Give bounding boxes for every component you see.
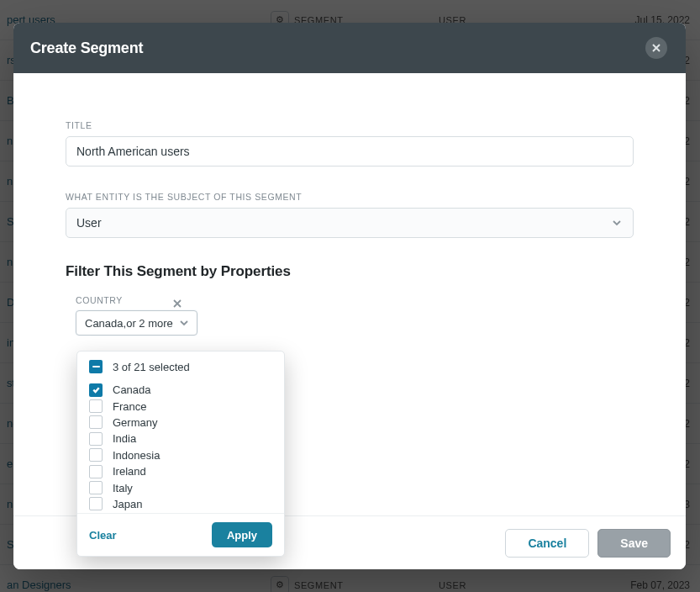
dropdown-option[interactable]: Ireland	[89, 463, 272, 479]
option-checkbox[interactable]	[89, 383, 103, 397]
dropdown-footer: Clear Apply	[77, 513, 284, 556]
save-button[interactable]: Save	[597, 529, 671, 558]
option-label: Indonesia	[113, 449, 160, 462]
entity-select[interactable]: User	[66, 208, 634, 238]
option-label: Canada	[113, 383, 151, 396]
entity-select-value: User	[76, 216, 611, 230]
option-checkbox[interactable]	[89, 432, 103, 446]
chevron-down-icon	[178, 317, 190, 329]
remove-filter-button[interactable]	[173, 296, 182, 304]
country-label: COUNTRY	[76, 295, 123, 305]
dropdown-option[interactable]: France	[89, 398, 272, 414]
multiselect-summary: Canada,or 2 more	[85, 317, 173, 330]
title-label: TITLE	[66, 120, 634, 130]
filter-heading: Filter This Segment by Properties	[66, 263, 634, 280]
option-label: Germany	[113, 416, 157, 429]
option-checkbox[interactable]	[89, 415, 103, 429]
option-label: Italy	[113, 482, 133, 494]
dropdown-option[interactable]: Canada	[89, 382, 272, 398]
modal-title: Create Segment	[30, 40, 143, 57]
chevron-down-icon	[611, 217, 623, 229]
country-dropdown-popover: 3 of 21 selected CanadaFranceGermanyIndi…	[76, 351, 285, 557]
option-label: Ireland	[113, 465, 146, 478]
check-icon	[92, 385, 101, 394]
select-all-checkbox[interactable]	[89, 360, 103, 373]
option-label: France	[113, 400, 146, 413]
cancel-button[interactable]: Cancel	[505, 529, 589, 558]
close-icon	[650, 42, 662, 54]
close-button[interactable]	[645, 37, 667, 59]
option-checkbox[interactable]	[89, 448, 103, 462]
option-label: Japan	[113, 498, 142, 510]
title-field-group: TITLE	[66, 120, 634, 166]
create-segment-modal: Create Segment TITLE WHAT ENTITY IS THE …	[13, 23, 686, 569]
dropdown-option[interactable]: Italy	[89, 479, 272, 495]
option-label: India	[113, 432, 136, 445]
selection-count: 3 of 21 selected	[113, 361, 190, 373]
close-icon	[173, 299, 182, 308]
modal-header: Create Segment	[13, 23, 686, 73]
dropdown-option[interactable]: Japan	[89, 496, 272, 512]
apply-button[interactable]: Apply	[212, 522, 272, 547]
dropdown-option-list: CanadaFranceGermanyIndiaIndonesiaIreland…	[77, 382, 284, 513]
option-checkbox[interactable]	[89, 481, 103, 494]
entity-field-group: WHAT ENTITY IS THE SUBJECT OF THIS SEGME…	[66, 192, 634, 238]
entity-label: WHAT ENTITY IS THE SUBJECT OF THIS SEGME…	[66, 192, 634, 202]
clear-button[interactable]: Clear	[89, 529, 117, 542]
option-checkbox[interactable]	[89, 465, 103, 478]
option-checkbox[interactable]	[89, 399, 103, 413]
dropdown-option[interactable]: Germany	[89, 415, 272, 431]
country-filter-header: COUNTRY	[76, 295, 634, 305]
country-multiselect-trigger[interactable]: Canada,or 2 more	[76, 310, 197, 336]
option-checkbox[interactable]	[89, 497, 103, 510]
indeterminate-icon	[92, 366, 100, 368]
dropdown-option[interactable]: India	[89, 431, 272, 447]
dropdown-header: 3 of 21 selected	[77, 352, 284, 382]
dropdown-option[interactable]: Indonesia	[89, 447, 272, 463]
title-input[interactable]	[66, 136, 634, 166]
